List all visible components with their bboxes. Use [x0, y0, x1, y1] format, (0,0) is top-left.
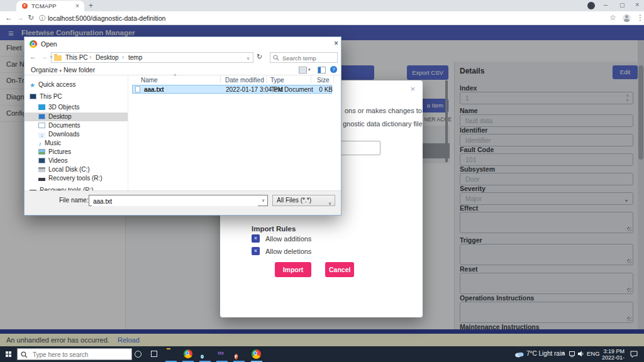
address-dropdown-icon[interactable]: ∨	[247, 56, 250, 61]
clock[interactable]: 3:19 PM 2022-01-17	[601, 348, 625, 362]
column-header-size[interactable]: Size	[317, 77, 329, 84]
tab-favicon-icon: F	[22, 3, 28, 9]
column-divider	[333, 75, 334, 83]
action-center-icon[interactable]	[630, 351, 638, 358]
time-text: 3:19 PM	[603, 348, 625, 354]
profile-avatar[interactable]	[623, 14, 631, 22]
modal-close-icon[interactable]: ×	[410, 84, 415, 94]
window-minimize-icon[interactable]: –	[604, 1, 608, 8]
breadcrumb-chevron-icon: ›	[89, 54, 91, 60]
window-close-icon[interactable]: ×	[635, 1, 639, 8]
dialog-search-box[interactable]	[270, 52, 338, 63]
allow-deletions-checkbox[interactable]: ×	[252, 247, 260, 255]
column-header-date[interactable]: Date modified	[225, 77, 264, 84]
text-file-icon	[135, 86, 140, 92]
breadcrumb-chevron-icon: ›	[122, 54, 124, 60]
weather-text[interactable]: 7°C Light rain	[526, 350, 565, 357]
sidebar-documents[interactable]: Documents	[38, 122, 128, 130]
help-icon[interactable]: ?	[330, 66, 337, 73]
sidebar-local-disk[interactable]: Local Disk (C:)	[38, 166, 128, 174]
window-maximize-icon[interactable]: ▢	[619, 2, 625, 8]
site-info-icon[interactable]: ⓘ	[39, 14, 45, 23]
reload-icon[interactable]: ↻	[28, 13, 34, 22]
start-button-icon[interactable]	[6, 351, 8, 354]
sidebar-recovery-tools[interactable]: Recovery tools (R:)	[38, 175, 128, 183]
column-divider	[220, 75, 221, 83]
view-caret-icon[interactable]: ▾	[308, 67, 311, 72]
browser-profile-icon[interactable]	[587, 2, 595, 9]
url-text[interactable]: localhost:5000/diagnostic-data-definitio…	[48, 14, 165, 22]
sidebar-pictures[interactable]: Pictures	[38, 148, 128, 156]
allow-additions-checkbox[interactable]: ×	[252, 234, 260, 243]
sidebar-quick-access[interactable]: ★Quick access	[30, 81, 128, 89]
taskbar-search-input[interactable]	[31, 350, 128, 359]
sidebar-videos[interactable]: Videos	[38, 157, 128, 165]
sidebar-music[interactable]: ♪Music	[38, 140, 128, 148]
dialog-toolbar: Organize ▾ New folder ▾ ?	[25, 64, 341, 75]
document-icon	[38, 123, 45, 128]
dialog-nav-row: ← → ∨ ↑ This PC › Desktop › temp ∨ ↻	[25, 51, 341, 64]
import-rules-title: Import Rules	[252, 225, 296, 233]
modal-cancel-button[interactable]: Cancel	[325, 262, 354, 277]
dialog-title: Open	[41, 40, 57, 48]
orange-app-icon[interactable]: F	[235, 349, 244, 359]
star-icon: ★	[30, 82, 35, 87]
dialog-close-icon[interactable]: ×	[334, 39, 338, 48]
browser-tab[interactable]: F TCMAPP ×	[16, 1, 84, 11]
dialog-file-list: Name ∧ Date modified Type Size aaa.txt 2…	[128, 75, 341, 190]
new-tab-button[interactable]: +	[89, 1, 93, 10]
breadcrumb-temp[interactable]: temp	[128, 54, 142, 61]
import-button[interactable]: Import	[275, 262, 311, 277]
new-folder-button[interactable]: New folder	[64, 66, 95, 74]
combo-dropdown-icon[interactable]: ∨	[262, 198, 265, 203]
refresh-icon[interactable]: ↻	[257, 53, 262, 61]
search-icon	[21, 351, 28, 358]
column-header-name[interactable]: Name	[141, 77, 158, 84]
allow-additions-label: Allow additions	[265, 235, 311, 243]
column-divider	[311, 75, 311, 83]
chrome-taskbar-icon[interactable]	[184, 349, 192, 358]
taskbar-search[interactable]	[17, 348, 132, 360]
3d-objects-icon	[38, 104, 45, 110]
sidebar-3d-objects[interactable]: 3D Objects	[38, 104, 128, 112]
breadcrumb-this-pc[interactable]: This PC	[65, 54, 88, 61]
sidebar-downloads[interactable]: ↓Downloads	[38, 131, 128, 139]
forward-icon[interactable]: →	[16, 13, 24, 22]
language-indicator[interactable]: ENG	[587, 350, 600, 357]
preview-pane-icon[interactable]	[318, 67, 326, 74]
file-type-select[interactable]: All Files (*.*) ∨	[272, 195, 335, 206]
tab-title: TCMAPP	[31, 3, 57, 9]
file-row-selected[interactable]: aaa.txt 2022-01-17 3:04 PM Text Document…	[132, 85, 332, 94]
sidebar-this-pc[interactable]: This PC	[30, 93, 128, 101]
column-header-type[interactable]: Type	[270, 77, 284, 84]
search-icon	[273, 55, 279, 61]
cortana-icon[interactable]	[135, 351, 142, 358]
search-input[interactable]	[281, 53, 337, 62]
nav-back-icon[interactable]: ←	[30, 53, 36, 60]
hexagon-app-icon[interactable]: D	[201, 349, 210, 359]
nav-forward-icon[interactable]: →	[41, 53, 48, 60]
show-hidden-icons[interactable]: ∧	[562, 350, 566, 356]
bookmark-star-icon[interactable]: ☆	[609, 13, 616, 22]
weather-cloud-icon	[514, 351, 524, 358]
column-divider	[266, 75, 267, 83]
music-icon: ♪	[38, 140, 42, 146]
back-icon[interactable]: ←	[5, 13, 13, 22]
breadcrumb-desktop[interactable]: Desktop	[96, 54, 119, 61]
file-name-input[interactable]	[92, 196, 258, 206]
chrome-active-taskbar-icon[interactable]	[252, 349, 261, 359]
file-name-combo[interactable]: ∨	[89, 195, 268, 206]
organize-button[interactable]: Organize ▾	[31, 66, 62, 74]
sidebar-desktop-selected[interactable]: Desktop	[25, 112, 128, 121]
browser-menu-icon[interactable]: ⋮	[636, 13, 644, 22]
network-icon[interactable]	[569, 351, 576, 357]
address-breadcrumb[interactable]: This PC › Desktop › temp ∨	[51, 52, 253, 63]
visual-studio-icon[interactable]: ∞	[218, 348, 227, 357]
volume-icon[interactable]	[578, 351, 584, 357]
browser-tab-strip: F TCMAPP × + – ▢ ×	[0, 0, 644, 11]
view-mode-icon[interactable]	[299, 67, 307, 74]
tab-close-icon[interactable]: ×	[75, 3, 79, 9]
videos-icon	[38, 158, 45, 163]
task-view-icon[interactable]	[151, 351, 157, 357]
file-explorer-icon[interactable]	[167, 349, 176, 359]
